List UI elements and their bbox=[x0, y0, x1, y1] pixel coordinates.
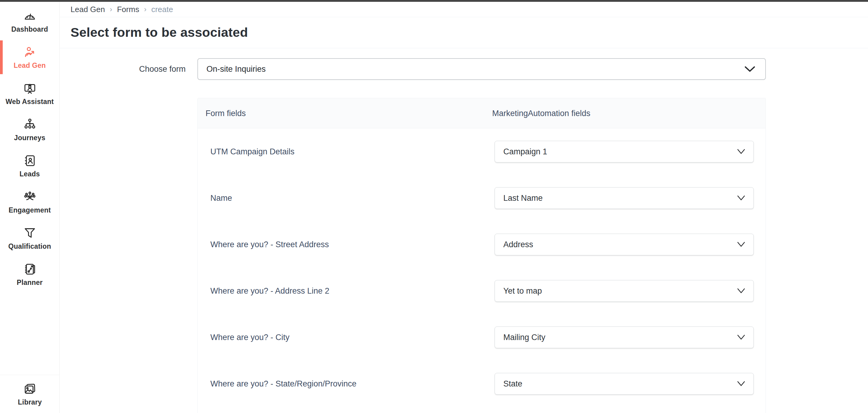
sidebar-item-engagement[interactable]: Engagement bbox=[0, 184, 59, 220]
ma-field-select[interactable]: State bbox=[495, 373, 754, 394]
mapping-panel-header: Form fields MarketingAutomation fields bbox=[198, 98, 766, 128]
sidebar-item-label: Web Assistant bbox=[6, 98, 54, 106]
engagement-icon bbox=[23, 189, 37, 204]
chevron-down-icon bbox=[737, 195, 746, 201]
chevron-down-icon bbox=[737, 334, 746, 341]
chevron-down-icon bbox=[737, 241, 746, 247]
page-title: Select form to be associated bbox=[70, 25, 868, 40]
form-field-label: Where are you? - Address Line 2 bbox=[210, 286, 330, 296]
sidebar: Dashboard Lead Gen Web Assistant Journey… bbox=[0, 0, 60, 413]
choose-form-value: On-site Inquiries bbox=[207, 64, 266, 74]
sidebar-item-label: Engagement bbox=[8, 206, 51, 214]
breadcrumb-create: create bbox=[151, 5, 173, 14]
form-field-label: Name bbox=[210, 194, 232, 203]
ma-field-value: Mailing City bbox=[503, 333, 546, 342]
ma-field-select[interactable]: Yet to map bbox=[495, 280, 754, 302]
ma-field-value: Campaign 1 bbox=[503, 147, 547, 156]
form-field-label: Where are you? - State/Region/Province bbox=[210, 379, 356, 389]
form-field-label: Where are you? - Street Address bbox=[210, 240, 329, 249]
column-header-form-fields: Form fields bbox=[206, 109, 246, 118]
sidebar-item-planner[interactable]: Planner bbox=[0, 256, 59, 292]
ma-field-value: State bbox=[503, 379, 522, 389]
breadcrumb-lead-gen[interactable]: Lead Gen bbox=[70, 5, 105, 14]
form-field-label: UTM Campaign Details bbox=[210, 147, 294, 156]
mapping-row: Where are you? - State/Region/Province S… bbox=[198, 360, 766, 407]
sidebar-item-qualification[interactable]: Qualification bbox=[0, 220, 59, 256]
ma-field-value: Address bbox=[503, 240, 533, 249]
mapping-row: Where are you? - Address Line 2 Yet to m… bbox=[198, 268, 766, 314]
choose-form-label: Choose form bbox=[60, 58, 186, 80]
lead-gen-icon bbox=[23, 45, 37, 59]
sidebar-item-library[interactable]: Library bbox=[0, 375, 60, 413]
column-header-ma-fields: MarketingAutomation fields bbox=[492, 109, 590, 118]
ma-field-select[interactable]: Campaign 1 bbox=[495, 141, 754, 163]
ma-field-value: Yet to map bbox=[503, 286, 542, 296]
sidebar-item-leads[interactable]: Leads bbox=[0, 148, 59, 184]
main-area: Lead Gen › Forms › create Select form to… bbox=[60, 2, 868, 413]
chevron-down-icon bbox=[737, 149, 746, 155]
sidebar-item-label: Journeys bbox=[14, 134, 45, 142]
ma-field-select[interactable]: Mailing City bbox=[495, 326, 754, 348]
chevron-down-icon bbox=[737, 288, 746, 294]
breadcrumb-separator-icon: › bbox=[110, 5, 112, 13]
mapping-row: Where are you? - City Mailing City bbox=[198, 314, 766, 360]
sidebar-item-label: Leads bbox=[20, 170, 40, 178]
sidebar-nav: Dashboard Lead Gen Web Assistant Journey… bbox=[0, 0, 59, 292]
breadcrumb-forms[interactable]: Forms bbox=[117, 5, 139, 14]
choose-form-select[interactable]: On-site Inquiries bbox=[197, 58, 766, 80]
sidebar-item-label: Dashboard bbox=[11, 25, 48, 33]
mapping-row: Where are you? - Street Address Address bbox=[198, 221, 766, 268]
mapping-panel: Form fields MarketingAutomation fields U… bbox=[197, 98, 766, 413]
library-icon bbox=[23, 382, 37, 396]
sidebar-item-label: Qualification bbox=[8, 242, 51, 250]
journeys-icon bbox=[23, 117, 37, 132]
chevron-down-icon bbox=[744, 66, 755, 72]
breadcrumb-separator-icon: › bbox=[144, 5, 147, 13]
window-top-strip bbox=[0, 0, 868, 2]
ma-field-select[interactable]: Last Name bbox=[495, 187, 754, 209]
mapping-row: Name Last Name bbox=[198, 175, 766, 221]
form-field-label: Where are you? - City bbox=[210, 333, 290, 342]
sidebar-item-web-assistant[interactable]: Web Assistant bbox=[0, 76, 59, 112]
sidebar-item-label: Lead Gen bbox=[13, 61, 45, 70]
ma-field-select[interactable]: Address bbox=[495, 234, 754, 255]
sidebar-item-journeys[interactable]: Journeys bbox=[0, 112, 59, 148]
leads-icon bbox=[23, 153, 37, 168]
mapping-rows: UTM Campaign Details Campaign 1 Name Las… bbox=[198, 128, 766, 407]
title-bar: Select form to be associated bbox=[60, 17, 868, 48]
planner-icon bbox=[23, 262, 37, 276]
mapping-row: UTM Campaign Details Campaign 1 bbox=[198, 128, 766, 175]
chevron-down-icon bbox=[737, 381, 746, 387]
sidebar-item-label: Library bbox=[18, 398, 41, 406]
sidebar-item-lead-gen[interactable]: Lead Gen bbox=[0, 39, 59, 76]
sidebar-item-dashboard[interactable]: Dashboard bbox=[0, 3, 59, 39]
content: Choose form On-site Inquiries Form field… bbox=[60, 48, 868, 411]
funnel-icon bbox=[23, 226, 37, 240]
breadcrumb: Lead Gen › Forms › create bbox=[60, 2, 868, 17]
sidebar-item-label: Planner bbox=[17, 278, 43, 287]
gauge-icon bbox=[23, 9, 37, 23]
ma-field-value: Last Name bbox=[503, 194, 543, 203]
web-assistant-icon bbox=[23, 81, 37, 95]
